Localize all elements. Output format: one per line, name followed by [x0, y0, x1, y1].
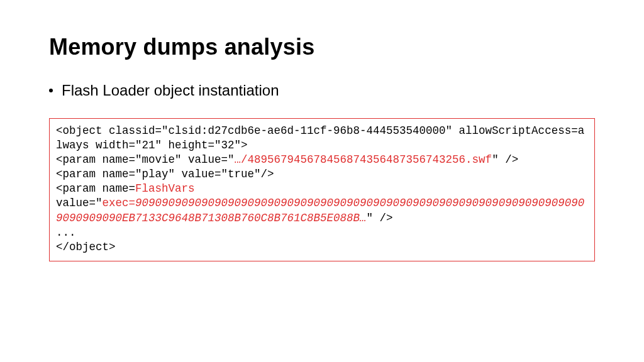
code-line: <object classid="clsid:d27cdb6e-ae6d-11c… [56, 124, 588, 153]
bullet-item: Flash Loader object instantiation [49, 82, 595, 99]
code-block: <object classid="clsid:d27cdb6e-ae6d-11c… [49, 118, 595, 261]
code-text: <param name="movie" value=" [56, 153, 235, 166]
bullet-text: Flash Loader object instantiation [62, 82, 279, 99]
code-line: value="exec=9090909090909090909090909090… [56, 196, 588, 225]
code-line: </object> [56, 240, 588, 255]
code-line: <param name="play" value="true"/> [56, 167, 588, 182]
code-line: <param name="movie" value="…/48956794567… [56, 153, 588, 167]
code-text: " /> [492, 153, 518, 166]
code-highlight: …/48956794567845687435648735​6743256.swf [235, 153, 492, 166]
code-line: ... [56, 226, 588, 240]
bullet-dot-icon [49, 89, 53, 92]
code-highlight-italic: 9090909090909090909090909090909090909090… [56, 197, 584, 224]
code-highlight: FlashVars [135, 182, 195, 195]
code-line: <param name=FlashVars [56, 182, 588, 196]
code-text: value=" [56, 197, 103, 209]
slide: Memory dumps analysis Flash Loader objec… [0, 0, 644, 261]
code-text: " /> [367, 212, 393, 224]
code-text: <param name= [56, 182, 135, 195]
code-highlight: exec= [103, 197, 136, 209]
page-title: Memory dumps analysis [49, 34, 595, 60]
